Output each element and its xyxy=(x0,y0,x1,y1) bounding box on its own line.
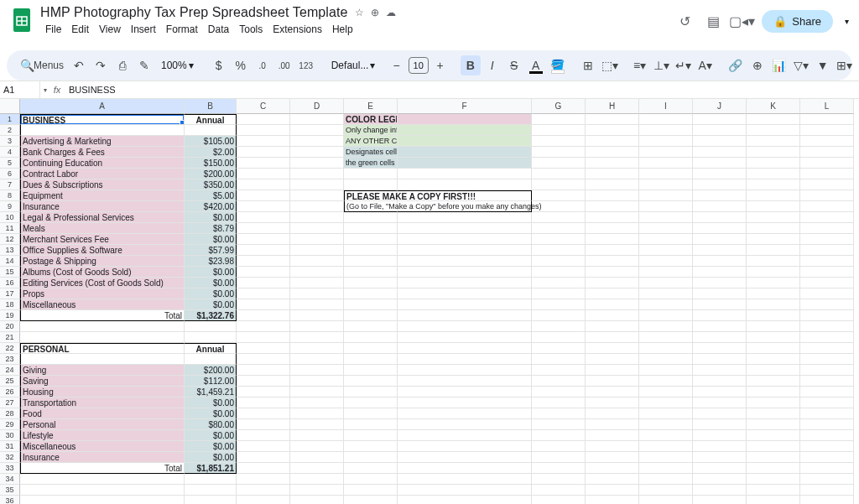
text-color-button[interactable]: A xyxy=(526,55,546,75)
col-header[interactable]: L xyxy=(800,99,854,114)
cell[interactable]: $57.99 xyxy=(185,245,237,256)
cell[interactable] xyxy=(532,256,586,267)
cell[interactable] xyxy=(586,256,639,267)
cell[interactable] xyxy=(586,408,639,419)
cell[interactable]: $23.98 xyxy=(185,256,237,267)
cell[interactable] xyxy=(290,365,344,376)
cell[interactable] xyxy=(290,321,344,332)
menu-tools[interactable]: Tools xyxy=(234,22,268,37)
cell[interactable] xyxy=(290,136,344,147)
cell[interactable]: Merchant Services Fee xyxy=(20,234,185,245)
cell[interactable] xyxy=(747,321,800,332)
cell[interactable] xyxy=(532,310,586,321)
cell[interactable] xyxy=(185,321,237,332)
print-icon[interactable]: ⎙ xyxy=(112,55,133,75)
cell[interactable] xyxy=(747,201,800,212)
table-icon[interactable]: ⊞▾ xyxy=(835,55,855,75)
cell[interactable]: $112.00 xyxy=(185,376,237,387)
cell[interactable] xyxy=(290,299,344,310)
cell[interactable] xyxy=(532,441,586,452)
cell[interactable] xyxy=(747,267,800,278)
cell[interactable]: Albums (Cost of Goods Sold) xyxy=(20,267,185,278)
cell[interactable] xyxy=(693,321,747,332)
row-header[interactable]: 23 xyxy=(0,354,20,365)
row-header[interactable]: 34 xyxy=(0,474,20,485)
cell[interactable] xyxy=(586,310,639,321)
cell[interactable] xyxy=(290,463,344,474)
cell[interactable]: Equipment xyxy=(20,190,185,201)
cell[interactable] xyxy=(586,365,639,376)
redo-icon[interactable]: ↷ xyxy=(91,55,111,75)
menu-extensions[interactable]: Extensions xyxy=(268,22,327,37)
link-icon[interactable]: 🔗 xyxy=(726,55,746,75)
cell[interactable] xyxy=(586,397,639,408)
cell[interactable]: PLEASE MAKE A COPY FIRST!!! xyxy=(344,190,398,201)
cell[interactable] xyxy=(586,441,639,452)
cell[interactable] xyxy=(237,343,290,354)
cell[interactable] xyxy=(747,190,800,201)
cell[interactable] xyxy=(185,354,237,365)
italic-button[interactable]: I xyxy=(482,55,502,75)
cell[interactable] xyxy=(344,496,398,504)
cell[interactable] xyxy=(237,256,290,267)
cell[interactable]: Lifestyle xyxy=(20,430,185,441)
cell[interactable] xyxy=(639,278,693,288)
cell[interactable] xyxy=(344,463,398,474)
cell[interactable] xyxy=(747,245,800,256)
row-header[interactable]: 2 xyxy=(0,125,20,136)
cell[interactable]: Annual xyxy=(185,114,237,125)
cell[interactable]: Legal & Professional Services xyxy=(20,212,185,223)
merge-icon[interactable]: ⬚▾ xyxy=(600,55,620,75)
cell[interactable] xyxy=(693,419,747,430)
bold-button[interactable]: B xyxy=(461,55,481,75)
cell[interactable]: (Go to File, "Make a Copy" before you ma… xyxy=(344,201,398,212)
cell[interactable] xyxy=(237,278,290,288)
cell[interactable] xyxy=(237,158,290,169)
cell[interactable] xyxy=(586,321,639,332)
cell[interactable] xyxy=(747,169,800,179)
cell[interactable] xyxy=(693,288,747,299)
cell[interactable] xyxy=(398,267,532,278)
cell[interactable] xyxy=(398,179,532,190)
cell[interactable]: $0.00 xyxy=(185,288,237,299)
row-header[interactable]: 3 xyxy=(0,136,20,147)
fill-color-button[interactable]: 🪣 xyxy=(548,55,568,75)
cell[interactable] xyxy=(398,430,532,441)
row-header[interactable]: 8 xyxy=(0,190,20,201)
cell[interactable] xyxy=(639,223,693,234)
cell[interactable] xyxy=(800,397,854,408)
row-header[interactable]: 27 xyxy=(0,397,20,408)
cell[interactable]: Annual xyxy=(185,343,237,354)
cell[interactable] xyxy=(747,408,800,419)
cell[interactable] xyxy=(237,147,290,158)
cell[interactable]: $0.00 xyxy=(185,234,237,245)
cell[interactable] xyxy=(800,179,854,190)
cell[interactable] xyxy=(532,496,586,504)
row-header[interactable]: 32 xyxy=(0,452,20,463)
cell[interactable] xyxy=(532,158,586,169)
cell[interactable] xyxy=(800,223,854,234)
cell[interactable]: $80.00 xyxy=(185,419,237,430)
row-header[interactable]: 36 xyxy=(0,496,20,504)
cell[interactable]: $0.00 xyxy=(185,212,237,223)
cell[interactable] xyxy=(237,234,290,245)
cell[interactable] xyxy=(747,147,800,158)
row-header[interactable]: 12 xyxy=(0,234,20,245)
cell[interactable] xyxy=(398,321,532,332)
cell[interactable] xyxy=(290,125,344,136)
cell[interactable] xyxy=(532,419,586,430)
cell[interactable] xyxy=(532,114,586,125)
cell[interactable] xyxy=(693,125,747,136)
cell[interactable] xyxy=(693,496,747,504)
cell[interactable] xyxy=(800,485,854,496)
cell[interactable] xyxy=(639,212,693,223)
cell[interactable] xyxy=(290,234,344,245)
decrease-decimal-icon[interactable]: .0 xyxy=(252,55,273,75)
cell[interactable] xyxy=(586,245,639,256)
cell[interactable] xyxy=(693,397,747,408)
cell[interactable] xyxy=(532,212,586,223)
row-header[interactable]: 13 xyxy=(0,245,20,256)
cell[interactable]: Insurance xyxy=(20,452,185,463)
cell[interactable]: Food xyxy=(20,408,185,419)
cell[interactable] xyxy=(747,474,800,485)
